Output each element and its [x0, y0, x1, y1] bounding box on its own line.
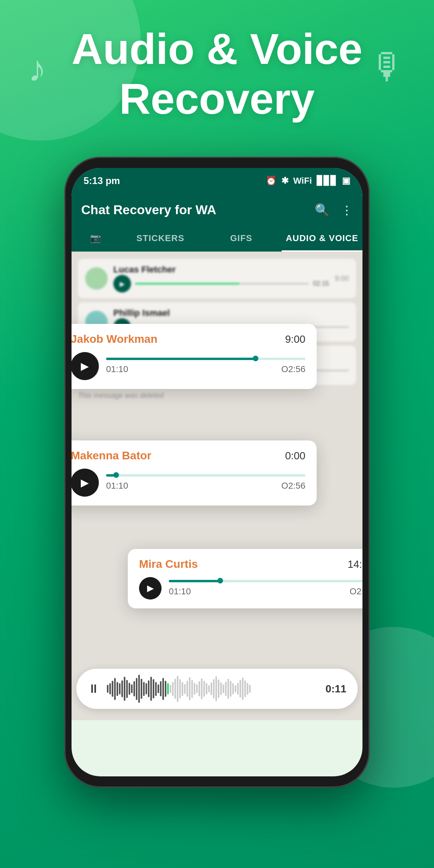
tab-stickers[interactable]: STICKERS	[120, 226, 201, 252]
tab-audio-voice[interactable]: AUDIO & VOICE	[282, 226, 362, 252]
audio-card-name-1: Jakob Workman	[72, 333, 158, 346]
tab-camera[interactable]: 📷	[72, 226, 120, 252]
audio-card-jakob: Jakob Workman 9:00 ▶ 01:10 O2:56	[72, 324, 317, 389]
status-bar: 5:13 pm ⏰ ✱ WiFi ▊▊▊ ▣	[72, 168, 362, 194]
current-time-2: 01:10	[106, 481, 128, 491]
play-button-makenna[interactable]: ▶	[72, 469, 99, 497]
more-options-icon[interactable]: ⋮	[341, 203, 353, 217]
status-time: 5:13 pm	[84, 175, 120, 186]
status-icons: ⏰ ✱ WiFi ▊▊▊ ▣	[266, 176, 350, 186]
app-bar: Chat Recovery for WA 🔍 ⋮	[72, 194, 362, 226]
total-time-1: O2:56	[281, 364, 305, 375]
waveform-visualization	[107, 677, 318, 701]
deleted-message: This message was deleted	[72, 389, 362, 402]
audio-card-makenna: Makenna Bator 0:00 ▶ 01:10 O2:56	[72, 440, 317, 506]
phone-screen: 5:13 pm ⏰ ✱ WiFi ▊▊▊ ▣ Chat Recovery for…	[72, 168, 362, 776]
waveform-player: ⏸ 0:11	[76, 669, 358, 709]
battery-icon: ▣	[342, 176, 350, 186]
audio-card-time-2: 0:00	[285, 450, 305, 462]
search-icon[interactable]: 🔍	[315, 203, 330, 217]
alarm-icon: ⏰	[266, 176, 276, 186]
play-button-mira[interactable]: ▶	[139, 577, 162, 600]
audio-card-name-2: Makenna Bator	[72, 449, 151, 462]
tab-gifs[interactable]: GIFS	[201, 226, 282, 252]
pause-button[interactable]: ⏸	[88, 682, 100, 696]
audio-card-mira: Mira Curtis 14:00 ▶ 01:10 O2:56	[128, 549, 362, 608]
current-time-1: 01:10	[106, 364, 128, 375]
audio-card-time-3: 14:00	[348, 558, 362, 571]
audio-card-time-1: 9:00	[285, 333, 305, 346]
current-time-3: 01:10	[169, 586, 191, 597]
waveform-time: 0:11	[326, 683, 346, 695]
wifi-icon: WiFi	[293, 176, 312, 186]
phone-frame: 5:13 pm ⏰ ✱ WiFi ▊▊▊ ▣ Chat Recovery for…	[64, 157, 370, 788]
tab-bar: 📷 STICKERS GIFS AUDIO & VOICE	[72, 226, 362, 252]
play-button-jakob[interactable]: ▶	[72, 352, 99, 380]
hero-title: Audio & Voice Recovery	[0, 24, 434, 124]
signal-icon: ▊▊▊	[317, 176, 337, 186]
blurred-chat-item-1: Lucas Fletcher ▶ 02:15 9:00	[78, 259, 356, 298]
app-title: Chat Recovery for WA	[81, 203, 303, 217]
total-time-3: O2:56	[350, 586, 362, 597]
total-time-2: O2:56	[281, 481, 305, 491]
audio-card-name-3: Mira Curtis	[139, 558, 198, 571]
chat-area: Lucas Fletcher ▶ 02:15 9:00 Phillip Isma…	[72, 252, 362, 720]
bluetooth-icon: ✱	[281, 176, 289, 186]
